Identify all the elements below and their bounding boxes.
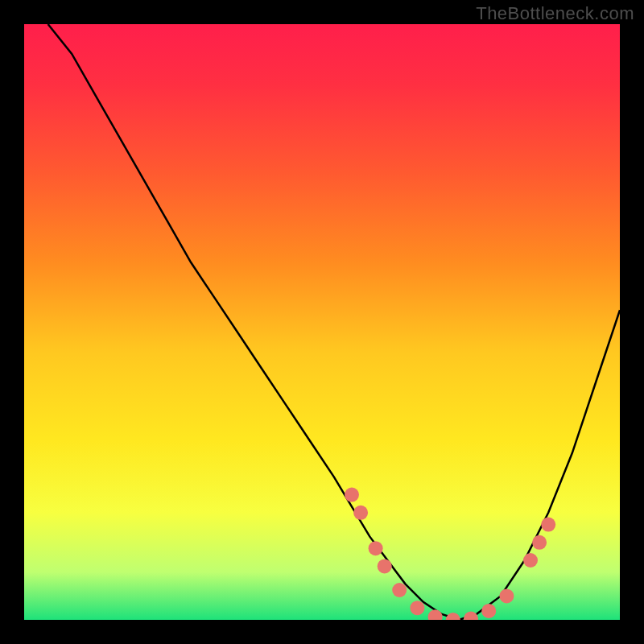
data-point [481, 604, 496, 618]
data-point [353, 506, 368, 520]
data-point [541, 518, 555, 532]
data-point [532, 535, 547, 550]
data-point [345, 488, 359, 502]
data-point [392, 583, 407, 597]
data-point [499, 588, 514, 603]
data-point [369, 541, 383, 555]
data-point [378, 559, 392, 573]
plot-area [24, 24, 620, 620]
watermark-label: TheBottleneck.com [476, 3, 634, 24]
chart-svg [24, 24, 620, 620]
gradient-background [24, 24, 620, 620]
data-point [523, 553, 538, 568]
chart-frame: TheBottleneck.com [0, 0, 644, 644]
data-point [410, 601, 424, 615]
